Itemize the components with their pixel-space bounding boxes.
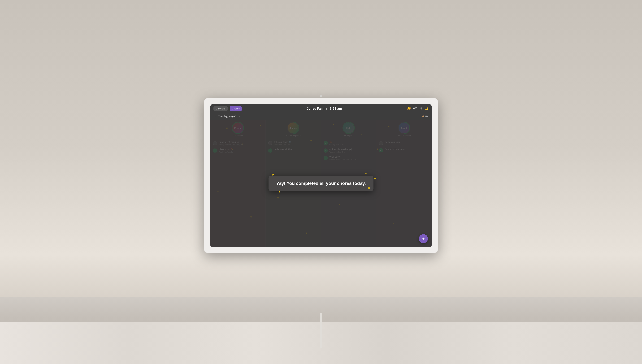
hide-label: Hid xyxy=(425,115,428,118)
chores-tab[interactable]: Chores xyxy=(230,106,242,111)
main-content: ★ ★ ★ ★ ★ ★ ★ ★ ★ ★ ★ ★ ★ ★ ★ Emma xyxy=(210,120,432,247)
moon-icon[interactable]: 🌙 xyxy=(424,106,428,110)
overlay-star-5: ★ xyxy=(368,186,370,190)
overlay-star-4: ★ xyxy=(374,177,376,180)
temperature: 64° xyxy=(413,107,417,110)
completion-card: ★ ★ ★ ★ ★ Yay! You completed all your ch… xyxy=(268,176,374,191)
overlay-star-1: ★ xyxy=(272,172,274,176)
hide-icon: 🙈 xyxy=(422,115,424,118)
weather-icon: ☀️ xyxy=(407,106,411,110)
app-header: Calendar Chores Jones Family 8:21 am ☀️ … xyxy=(210,104,432,113)
camera-dot xyxy=(320,95,322,97)
device-screen: Calendar Chores Jones Family 8:21 am ☀️ … xyxy=(210,104,432,247)
settings-icon[interactable]: ⚙ xyxy=(420,106,422,110)
app-title: Jones Family 8:21 am xyxy=(244,107,405,110)
overlay-star-2: ★ xyxy=(365,172,367,175)
overlay-star-3: ★ xyxy=(278,190,281,194)
next-arrow[interactable]: › xyxy=(238,114,241,118)
prev-arrow[interactable]: ‹ xyxy=(214,114,217,118)
header-right: ☀️ 64° ⚙ 🌙 xyxy=(407,106,428,110)
current-time: 8:21 am xyxy=(330,107,342,110)
family-name: Jones Family xyxy=(307,107,327,110)
completion-message: Yay! You completed all your chores today… xyxy=(276,181,366,186)
calendar-tab[interactable]: Calendar xyxy=(214,106,228,111)
device-frame: Calendar Chores Jones Family 8:21 am ☀️ … xyxy=(204,98,438,254)
nav-bar: ‹ Tuesday, Aug 08 › 🙈 Hid xyxy=(210,113,432,120)
hide-button[interactable]: 🙈 Hid xyxy=(422,115,428,118)
device-cable xyxy=(320,313,322,348)
completion-overlay[interactable]: ★ ★ ★ ★ ★ Yay! You completed all your ch… xyxy=(210,120,432,247)
add-chore-button[interactable]: + xyxy=(419,234,428,243)
current-date: Tuesday, Aug 08 xyxy=(218,115,236,118)
